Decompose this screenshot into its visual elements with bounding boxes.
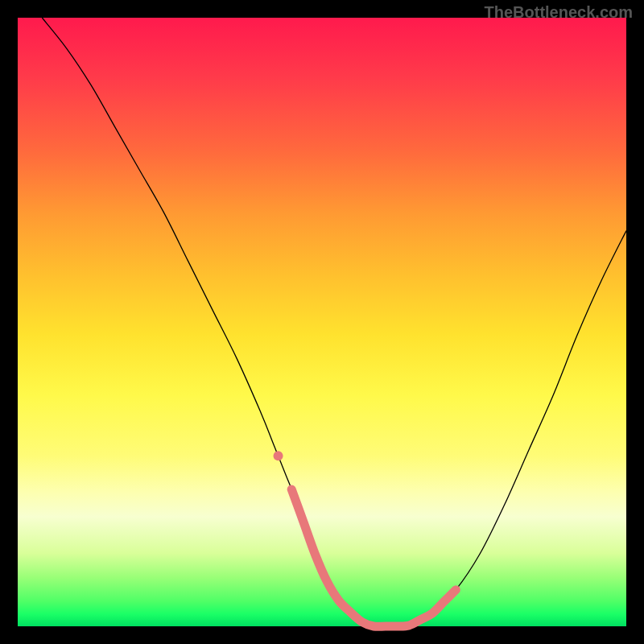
optimal-range-start-dot <box>274 451 283 460</box>
optimal-range-highlight <box>291 489 456 627</box>
chart-svg <box>18 18 626 626</box>
bottleneck-curve <box>42 18 626 627</box>
plot-area <box>18 18 626 626</box>
watermark-text: TheBottleneck.com <box>485 3 633 22</box>
